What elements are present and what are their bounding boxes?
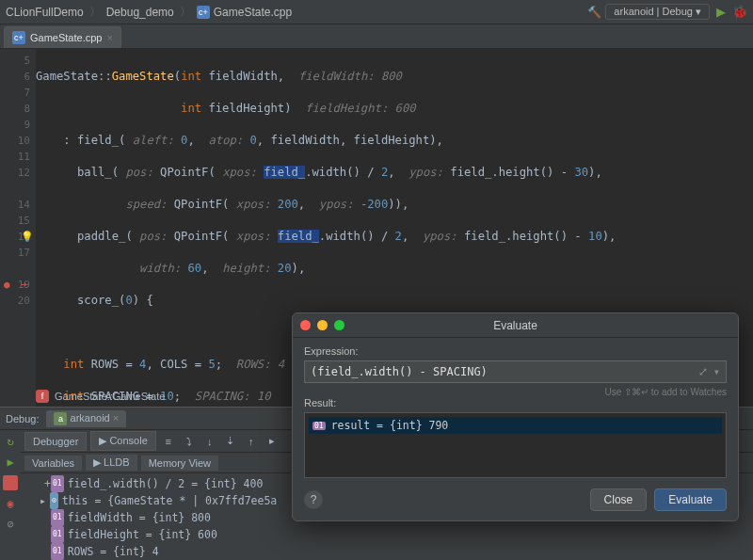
close-icon[interactable]: × bbox=[106, 32, 112, 43]
intention-bulb-icon[interactable]: 💡 bbox=[21, 229, 34, 245]
view-breakpoints-icon[interactable]: ◉ bbox=[3, 496, 18, 511]
expression-value: (field_.width() - SPACING) bbox=[311, 365, 488, 378]
stop-icon[interactable] bbox=[3, 475, 18, 490]
result-tree[interactable]: 01 result = {int} 790 bbox=[304, 412, 727, 478]
watch-hint: Use ⇧⌘↵ to add to Watches bbox=[304, 387, 727, 397]
function-badge-icon: f bbox=[36, 390, 49, 403]
evaluate-dialog: Evaluate Expression: (field_.width() - S… bbox=[292, 312, 739, 521]
tab-variables[interactable]: Variables bbox=[24, 456, 82, 471]
breakpoint-icon[interactable]: ● bbox=[4, 277, 10, 293]
close-icon[interactable]: × bbox=[113, 412, 119, 424]
step-over-icon[interactable]: ⤵ bbox=[181, 436, 198, 447]
this-badge-icon: ⊙ bbox=[50, 492, 58, 509]
target-icon: a bbox=[54, 412, 67, 425]
execution-point-icon: ➔ bbox=[21, 277, 27, 293]
editor-breadcrumb-label: GameState::GameState bbox=[55, 391, 165, 402]
tab-debugger[interactable]: Debugger bbox=[24, 432, 87, 451]
threads-icon[interactable]: ≡ bbox=[160, 436, 177, 447]
mute-breakpoints-icon[interactable]: ⊘ bbox=[3, 517, 18, 532]
step-out-icon[interactable]: ↑ bbox=[243, 436, 260, 447]
window-zoom-icon[interactable] bbox=[334, 320, 344, 330]
expand-icon[interactable]: ⤢ bbox=[698, 365, 708, 378]
debug-session-tab[interactable]: a arkanoid × bbox=[46, 410, 126, 427]
close-button[interactable]: Close bbox=[590, 488, 648, 511]
tab-console[interactable]: ▶ Console bbox=[90, 431, 155, 451]
breadcrumb-root[interactable]: CLionFullDemo bbox=[6, 6, 84, 19]
editor-tab[interactable]: c+ GameState.cpp × bbox=[4, 26, 121, 48]
cpp-file-icon: c+ bbox=[197, 6, 210, 19]
run-to-cursor-icon[interactable]: ▸ bbox=[264, 435, 280, 447]
run-config-selector[interactable]: arkanoid | Debug ▾ bbox=[605, 4, 710, 20]
tab-lldb[interactable]: ▶ LLDB bbox=[86, 455, 137, 471]
value-badge-icon: 01 bbox=[51, 509, 64, 526]
tab-label: GameState.cpp bbox=[30, 32, 102, 43]
editor-breadcrumb[interactable]: f GameState::GameState bbox=[36, 386, 165, 407]
chevron-right-icon: 〉 bbox=[89, 4, 101, 20]
run-icon[interactable]: ▶ bbox=[713, 5, 729, 20]
help-icon[interactable]: ? bbox=[304, 490, 323, 509]
value-badge-icon: 01 bbox=[51, 543, 64, 560]
debug-icon[interactable]: 🐞 bbox=[732, 5, 747, 20]
result-label: Result: bbox=[304, 397, 727, 408]
add-watch-icon[interactable]: + bbox=[44, 475, 51, 492]
step-into-icon[interactable]: ↓ bbox=[201, 436, 218, 447]
dialog-title: Evaluate bbox=[293, 319, 738, 332]
expression-input[interactable]: (field_.width() - SPACING) ⤢ ▾ bbox=[304, 360, 727, 383]
breadcrumb-file[interactable]: GameState.cpp bbox=[214, 6, 292, 19]
build-icon[interactable] bbox=[586, 5, 601, 20]
evaluate-button[interactable]: Evaluate bbox=[654, 488, 727, 511]
tab-memory-view[interactable]: Memory View bbox=[141, 456, 218, 471]
resume-icon[interactable]: ▶ bbox=[3, 455, 18, 470]
title-bar: CLionFullDemo 〉 Debug_demo 〉 c+ GameStat… bbox=[0, 0, 753, 24]
window-minimize-icon[interactable] bbox=[317, 320, 328, 330]
editor-tab-bar: c+ GameState.cpp × bbox=[0, 24, 753, 49]
result-value: result = {int} 790 bbox=[331, 419, 449, 432]
expression-label: Expression: bbox=[304, 345, 727, 357]
value-badge-icon: 01 bbox=[312, 422, 326, 430]
chevron-right-icon: 〉 bbox=[180, 4, 191, 20]
cpp-file-icon: c+ bbox=[12, 31, 25, 44]
force-step-into-icon[interactable]: ⇣ bbox=[222, 435, 239, 447]
value-badge-icon: 01 bbox=[51, 475, 64, 492]
breadcrumb-folder[interactable]: Debug_demo bbox=[106, 6, 174, 19]
rerun-icon[interactable]: ↻ bbox=[3, 434, 18, 449]
debug-panel-label: Debug: bbox=[6, 413, 39, 424]
gutter[interactable]: 56789101112 1415 16💡 17 19●➔ 20 bbox=[0, 49, 36, 407]
window-close-icon[interactable] bbox=[300, 320, 311, 330]
chevron-down-icon[interactable]: ▾ bbox=[713, 365, 720, 378]
dialog-titlebar[interactable]: Evaluate bbox=[293, 313, 738, 338]
value-badge-icon: 01 bbox=[51, 526, 64, 543]
debug-side-toolbar: ↻ ▶ ◉ ⊘ bbox=[0, 430, 21, 560]
